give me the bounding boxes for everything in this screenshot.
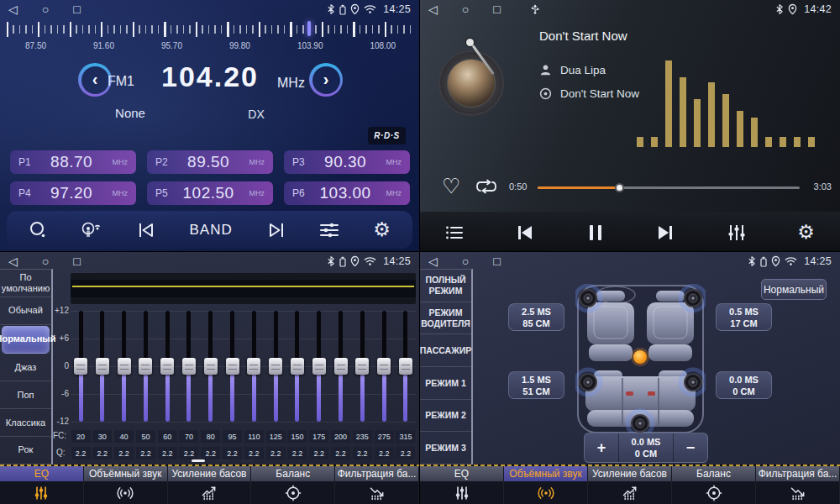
next-track-icon[interactable] [655, 224, 675, 241]
listener-position-dot[interactable] [633, 350, 647, 364]
tab-surround-sound[interactable]: Объёмный звук [504, 466, 588, 481]
back-icon[interactable]: ◁ [8, 252, 18, 270]
radio-preset-button[interactable]: P188.70MHz [10, 150, 136, 174]
page-dot[interactable] [216, 459, 229, 462]
eq-preset-item[interactable]: Обычай [0, 297, 51, 325]
bass-filter-icon[interactable] [756, 481, 840, 504]
eq-band-slider[interactable] [396, 311, 416, 422]
slider-thumb[interactable] [247, 358, 260, 375]
front-right-delay-button[interactable]: 0.5 MS 17 CM [716, 303, 772, 331]
delay-plus-button[interactable]: + [585, 433, 618, 462]
rear-left-delay-button[interactable]: 1.5 MS 51 CM [508, 371, 564, 399]
progress-bar[interactable] [538, 186, 800, 189]
delay-minus-button[interactable]: − [674, 433, 707, 462]
bass-filter-icon[interactable] [335, 481, 419, 504]
previous-track-icon[interactable] [515, 224, 535, 241]
tab-bass-boost[interactable]: Усиление басов [588, 466, 672, 481]
recents-icon[interactable]: □ [73, 0, 80, 18]
slider-thumb[interactable] [160, 358, 174, 375]
tab-surround-sound[interactable]: Объёмный звук [84, 466, 168, 481]
page-dot[interactable] [240, 459, 254, 462]
eq-band-slider[interactable] [157, 311, 177, 422]
home-icon[interactable]: ○ [42, 0, 49, 18]
eq-preset-item[interactable]: По умолчанию [0, 270, 51, 297]
eq-sliders-icon[interactable] [0, 481, 84, 504]
seek-previous-icon[interactable] [136, 222, 156, 239]
slider-thumb[interactable] [312, 358, 326, 375]
tab-eq-sliders[interactable]: EQ [0, 466, 84, 481]
recents-icon[interactable]: □ [73, 252, 80, 270]
eq-band-slider[interactable] [374, 311, 394, 422]
eq-band-slider[interactable] [331, 311, 351, 422]
radio-preset-button[interactable]: P289.50MHz [147, 150, 273, 174]
equalizer-icon[interactable] [727, 223, 746, 242]
page-dot[interactable] [192, 459, 205, 462]
radio-preset-button[interactable]: P390.30MHz [284, 150, 410, 174]
eq-preset-item[interactable]: Джаз [0, 354, 51, 382]
back-icon[interactable]: ◁ [8, 0, 18, 18]
favorite-icon[interactable]: ♡ [442, 176, 460, 197]
slider-thumb[interactable] [291, 358, 304, 375]
slider-thumb[interactable] [204, 358, 218, 375]
radio-preset-button[interactable]: P5102.50MHz [147, 181, 273, 205]
surround-mode-item[interactable]: РЕЖИМ 1 [420, 367, 471, 400]
slider-thumb[interactable] [269, 358, 282, 375]
radio-preset-button[interactable]: P6103.00MHz [284, 181, 410, 205]
eq-band-slider[interactable] [71, 311, 91, 422]
tab-bass-boost[interactable]: Усиление басов [168, 466, 252, 481]
slider-thumb[interactable] [334, 358, 348, 375]
pause-icon[interactable] [587, 223, 604, 242]
progress-thumb[interactable] [615, 183, 624, 192]
slider-thumb[interactable] [139, 358, 152, 375]
eq-band-slider[interactable] [92, 311, 113, 422]
slider-thumb[interactable] [399, 358, 412, 375]
tune-up-button[interactable]: › [309, 63, 343, 97]
balance-icon[interactable] [672, 481, 756, 504]
slider-thumb[interactable] [355, 358, 369, 375]
repeat-icon[interactable] [475, 179, 497, 194]
settings-gear-icon[interactable]: ⚙ [797, 223, 815, 242]
tab-eq-sliders[interactable]: EQ [420, 466, 504, 481]
recents-icon[interactable]: □ [493, 252, 500, 270]
tune-down-button[interactable]: ‹ [78, 63, 112, 97]
surround-mode-item[interactable]: РЕЖИМ 3 [420, 432, 471, 465]
eq-band-slider[interactable] [309, 311, 329, 422]
settings-gear-icon[interactable]: ⚙ [373, 220, 391, 239]
radio-preset-button[interactable]: P497.20MHz [10, 181, 136, 205]
back-icon[interactable]: ◁ [428, 252, 438, 270]
slider-thumb[interactable] [96, 358, 109, 375]
sound-profile-button[interactable]: Нормальный [761, 279, 827, 300]
slider-thumb[interactable] [118, 358, 131, 375]
eq-preset-item[interactable]: Нормальный [2, 326, 50, 354]
surround-mode-item[interactable]: ПАССАЖИР [420, 334, 471, 367]
slider-thumb[interactable] [74, 358, 87, 375]
surround-sound-icon[interactable] [504, 481, 588, 504]
tab-balance[interactable]: Баланс [251, 466, 335, 481]
surround-mode-item[interactable]: ПОЛНЫЙ РЕЖИМ [420, 270, 471, 302]
eq-band-slider[interactable] [179, 311, 199, 422]
eq-band-slider[interactable] [287, 311, 307, 422]
eq-band-slider[interactable] [265, 311, 286, 422]
playlist-icon[interactable] [445, 224, 464, 241]
bass-boost-icon[interactable] [588, 481, 672, 504]
home-icon[interactable]: ○ [462, 252, 469, 270]
eq-preset-item[interactable]: Классика [0, 409, 51, 437]
surround-mode-item[interactable]: РЕЖИМ 2 [420, 400, 471, 433]
broadcast-icon[interactable] [81, 221, 102, 239]
eq-band-slider[interactable] [244, 311, 264, 422]
surround-mode-item[interactable]: РЕЖИМ ВОДИТЕЛЯ [420, 302, 471, 335]
home-icon[interactable]: ○ [462, 0, 469, 18]
front-left-delay-button[interactable]: 2.5 MS 85 CM [508, 303, 564, 331]
surround-sound-icon[interactable] [84, 481, 168, 504]
back-icon[interactable]: ◁ [428, 0, 438, 18]
slider-thumb[interactable] [226, 358, 239, 375]
home-icon[interactable]: ○ [42, 252, 49, 270]
tab-bass-filter[interactable]: Фильтрация ба... [756, 466, 840, 481]
slider-thumb[interactable] [377, 358, 391, 375]
recents-icon[interactable]: □ [493, 0, 500, 18]
audio-settings-icon[interactable] [319, 222, 339, 239]
eq-band-slider[interactable] [135, 311, 155, 422]
rear-right-delay-button[interactable]: 0.0 MS 0 CM [716, 371, 772, 399]
bass-boost-icon[interactable] [168, 481, 252, 504]
eq-band-slider[interactable] [114, 311, 134, 422]
